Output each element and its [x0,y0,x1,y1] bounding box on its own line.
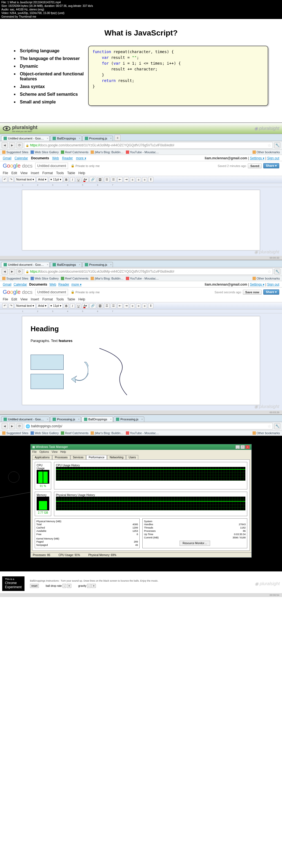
bookmark[interactable]: Suggested Sites [2,151,28,154]
close-icon[interactable]: × [47,137,48,140]
address-bar[interactable]: 🌐balldroppings.com/js/☆ [24,423,273,430]
redo-button[interactable]: ↷ [8,177,14,182]
menu-item[interactable]: View [20,171,28,175]
browser-tab[interactable]: BallDroppings× [50,262,82,267]
bookmark[interactable]: jMar's Blog: Buildin… [91,151,123,154]
resource-monitor-button[interactable]: Resource Monitor… [179,540,210,546]
page[interactable] [22,190,260,250]
nav-link[interactable]: Calendar [15,156,28,160]
doc-title-input[interactable]: Untitled document [35,163,68,169]
reset-button[interactable]: reset [30,584,39,588]
bookmark[interactable]: Reef Catchments [61,151,88,154]
bold-button[interactable]: B [64,177,69,182]
bookmark-star-icon[interactable]: ☆ [268,143,271,148]
font-select[interactable]: Arial ▾ [37,177,48,182]
rate-plus-button[interactable]: + [67,584,71,588]
balldroppings-area[interactable]: ▦ Windows Task Manager _ □ × File Option… [0,436,282,571]
menu-item[interactable]: View [52,451,58,454]
settings-link[interactable]: Settings ▾ [250,156,264,160]
minimize-button[interactable]: _ [235,445,240,449]
share-button[interactable]: Share ▾ [263,289,279,294]
browser-tab[interactable]: Untitled document - Goo…× [1,136,50,141]
menu-item[interactable]: Edit [11,171,17,175]
shape-rect[interactable] [31,374,64,389]
link-button[interactable]: 🔗 [89,177,96,182]
nav-link[interactable]: more ▾ [76,156,86,160]
wrench-icon[interactable]: 🔧 [274,269,280,275]
shape-rect[interactable] [31,354,64,370]
align-button[interactable]: ≡ [130,177,135,182]
nav-link[interactable]: Web [52,156,59,160]
text-color-button[interactable]: A▾ [82,177,88,182]
browser-tab[interactable]: BallDroppings× [82,416,113,422]
style-select[interactable]: Normal text ▾ [15,177,35,182]
shape-curve[interactable] [94,347,135,397]
back-button[interactable]: ◄ [2,142,8,148]
other-bookmarks[interactable]: Other bookmarks [253,151,280,154]
italic-button[interactable]: I [70,177,75,182]
bookmark[interactable]: YouTube - Moustac… [126,151,159,154]
browser-tab[interactable]: Processing.js× [50,416,81,422]
close-button[interactable]: × [245,445,250,449]
list-button[interactable]: ☰ [111,177,116,182]
wrench-icon[interactable]: 🔧 [274,142,280,148]
indent-button[interactable]: ⇤ [117,177,122,182]
spacing-button[interactable]: ⇕ [148,177,153,182]
wrench-icon[interactable]: 🔧 [274,423,280,429]
menu-item[interactable]: Help [79,171,85,175]
tab[interactable]: Users [126,455,138,460]
new-tab-button[interactable]: + [115,135,121,141]
menu-item[interactable]: File [32,451,37,454]
menu-item[interactable]: Format [43,171,53,175]
nav-link[interactable]: Reader [62,156,73,160]
underline-button[interactable]: U [76,177,81,182]
forward-button[interactable]: ► [9,423,15,429]
size-select[interactable]: ▾ 11pt ▾ [49,177,63,182]
gravity-plus-button[interactable]: + [91,584,96,588]
close-icon[interactable]: × [110,137,112,140]
back-button[interactable]: ◄ [2,423,8,429]
back-button[interactable]: ◄ [2,269,8,275]
shape-arrow[interactable] [69,359,88,384]
gravity-minus-button[interactable]: - [87,584,91,588]
maximize-button[interactable]: □ [241,445,245,449]
browser-tab[interactable]: Processing.js× [113,416,144,422]
page[interactable]: Heading Paragraphs. Text features [22,316,260,405]
tab[interactable]: Applications [32,455,52,460]
menu-item[interactable]: Table [67,171,75,175]
browser-tab[interactable]: Untitled document - Goo…× [1,416,50,422]
nav-link[interactable]: Documents [31,156,49,160]
address-bar[interactable]: 🔒https://docs.google.com/document/d/1UYz… [24,268,273,275]
title-bar[interactable]: ▦ Windows Task Manager _ □ × [31,444,251,450]
tab[interactable]: Processes [52,455,70,460]
list-button[interactable]: ☰ [104,177,110,182]
save-button[interactable]: Save now [243,290,262,294]
indent-button[interactable]: ⇥ [124,177,129,182]
bookmark[interactable]: Web Slice Gallery [31,151,59,154]
reload-button[interactable]: ⟳ [17,423,23,429]
tab[interactable]: Performance [86,455,107,460]
save-button[interactable]: Saved [248,163,262,168]
close-icon[interactable]: × [79,137,80,140]
tab[interactable]: Networking [107,455,126,460]
reload-button[interactable]: ⟳ [17,269,23,275]
menu-item[interactable]: Help [60,451,66,454]
browser-tab[interactable]: BallDroppings× [50,136,82,141]
forward-button[interactable]: ► [9,142,15,148]
tab[interactable]: Services [70,455,86,460]
browser-tab[interactable]: Untitled document - Goo…× [1,262,50,267]
image-button[interactable]: 🖼 [97,177,103,182]
undo-button[interactable]: ↶ [2,177,7,182]
share-button[interactable]: Share ▾ [263,163,279,168]
reload-button[interactable]: ⟳ [17,142,23,148]
menu-item[interactable]: Options [39,451,49,454]
signout-link[interactable]: Sign out [267,156,279,160]
menu-item[interactable]: File [3,171,8,175]
rate-minus-button[interactable]: - [62,584,66,588]
forward-button[interactable]: ► [9,269,15,275]
address-bar[interactable]: 🔒 https://docs.google.com/document/d/1UY… [24,142,273,149]
align-button[interactable]: ≡ [142,177,147,182]
menu-item[interactable]: Insert [31,171,39,175]
browser-tab[interactable]: Processing.js× [82,136,113,141]
browser-tab[interactable]: Processing.js× [82,262,113,267]
